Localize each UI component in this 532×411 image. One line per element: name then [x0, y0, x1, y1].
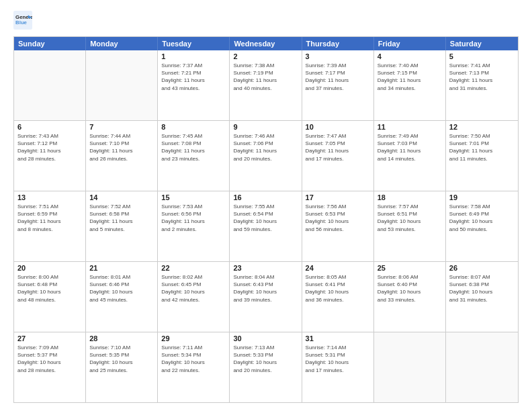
- page: General Blue SundayMondayTuesdayWednesda…: [0, 0, 532, 411]
- day-number: 23: [233, 264, 298, 272]
- calendar-cell: 16Sunrise: 7:55 AM Sunset: 6:54 PM Dayli…: [230, 191, 302, 261]
- calendar-cell: 26Sunrise: 8:07 AM Sunset: 6:38 PM Dayli…: [446, 262, 518, 332]
- calendar-week: 1Sunrise: 7:37 AM Sunset: 7:21 PM Daylig…: [14, 50, 518, 121]
- day-info: Sunrise: 7:11 AM Sunset: 5:34 PM Dayligh…: [161, 344, 226, 374]
- calendar-cell: 27Sunrise: 7:09 AM Sunset: 5:37 PM Dayli…: [14, 332, 86, 402]
- calendar-cell: 20Sunrise: 8:00 AM Sunset: 6:48 PM Dayli…: [14, 262, 86, 332]
- calendar-cell: 19Sunrise: 7:58 AM Sunset: 6:49 PM Dayli…: [446, 191, 518, 261]
- day-info: Sunrise: 8:07 AM Sunset: 6:38 PM Dayligh…: [449, 273, 515, 304]
- day-info: Sunrise: 7:09 AM Sunset: 5:37 PM Dayligh…: [17, 344, 82, 374]
- calendar-cell: [446, 332, 518, 402]
- calendar-cell: 9Sunrise: 7:46 AM Sunset: 7:06 PM Daylig…: [230, 121, 302, 191]
- calendar-cell: 29Sunrise: 7:11 AM Sunset: 5:34 PM Dayli…: [158, 332, 230, 402]
- day-number: 8: [161, 123, 226, 131]
- calendar-cell: 1Sunrise: 7:37 AM Sunset: 7:21 PM Daylig…: [158, 50, 230, 120]
- calendar-cell: 15Sunrise: 7:53 AM Sunset: 6:56 PM Dayli…: [158, 191, 230, 261]
- day-number: 3: [306, 52, 370, 60]
- day-info: Sunrise: 7:44 AM Sunset: 7:10 PM Dayligh…: [89, 132, 154, 163]
- day-info: Sunrise: 7:40 AM Sunset: 7:15 PM Dayligh…: [378, 62, 442, 92]
- weekday-header: Saturday: [446, 37, 518, 50]
- header: General Blue: [13, 11, 519, 30]
- day-info: Sunrise: 7:47 AM Sunset: 7:05 PM Dayligh…: [306, 132, 370, 163]
- day-info: Sunrise: 7:37 AM Sunset: 7:21 PM Dayligh…: [161, 62, 226, 92]
- calendar-cell: 7Sunrise: 7:44 AM Sunset: 7:10 PM Daylig…: [86, 121, 158, 191]
- day-number: 13: [17, 193, 82, 201]
- day-info: Sunrise: 7:52 AM Sunset: 6:58 PM Dayligh…: [89, 203, 154, 233]
- calendar-cell: 21Sunrise: 8:01 AM Sunset: 6:46 PM Dayli…: [86, 262, 158, 332]
- day-info: Sunrise: 8:04 AM Sunset: 6:43 PM Dayligh…: [233, 273, 298, 304]
- day-info: Sunrise: 7:53 AM Sunset: 6:56 PM Dayligh…: [161, 203, 226, 233]
- day-number: 5: [449, 52, 515, 60]
- calendar-cell: 13Sunrise: 7:51 AM Sunset: 6:59 PM Dayli…: [14, 191, 86, 261]
- calendar-cell: 4Sunrise: 7:40 AM Sunset: 7:15 PM Daylig…: [374, 50, 446, 120]
- calendar-cell: 3Sunrise: 7:39 AM Sunset: 7:17 PM Daylig…: [302, 50, 374, 120]
- day-number: 26: [449, 264, 515, 272]
- day-info: Sunrise: 7:50 AM Sunset: 7:01 PM Dayligh…: [449, 132, 515, 163]
- day-number: 2: [233, 52, 298, 60]
- calendar-cell: 5Sunrise: 7:41 AM Sunset: 7:13 PM Daylig…: [446, 50, 518, 120]
- day-number: 15: [161, 193, 226, 201]
- calendar-cell: 24Sunrise: 8:05 AM Sunset: 6:41 PM Dayli…: [302, 262, 374, 332]
- day-info: Sunrise: 7:43 AM Sunset: 7:12 PM Dayligh…: [17, 132, 82, 163]
- svg-text:Blue: Blue: [15, 19, 28, 26]
- day-info: Sunrise: 7:57 AM Sunset: 6:51 PM Dayligh…: [378, 203, 442, 233]
- day-number: 25: [378, 264, 442, 272]
- weekday-header: Tuesday: [158, 37, 230, 50]
- calendar-cell: 30Sunrise: 7:13 AM Sunset: 5:33 PM Dayli…: [230, 332, 302, 402]
- day-number: 11: [378, 123, 442, 131]
- day-number: 22: [161, 264, 226, 272]
- day-info: Sunrise: 7:13 AM Sunset: 5:33 PM Dayligh…: [233, 344, 298, 374]
- day-number: 17: [306, 193, 370, 201]
- day-number: 28: [89, 334, 154, 342]
- day-number: 1: [161, 52, 226, 60]
- calendar-week: 27Sunrise: 7:09 AM Sunset: 5:37 PM Dayli…: [14, 332, 518, 402]
- logo-icon: General Blue: [13, 11, 32, 30]
- weekday-header: Thursday: [302, 37, 374, 50]
- weekday-header: Monday: [86, 37, 158, 50]
- calendar-week: 13Sunrise: 7:51 AM Sunset: 6:59 PM Dayli…: [14, 191, 518, 262]
- day-number: 21: [89, 264, 154, 272]
- calendar: SundayMondayTuesdayWednesdayThursdayFrid…: [13, 36, 519, 403]
- calendar-cell: 14Sunrise: 7:52 AM Sunset: 6:58 PM Dayli…: [86, 191, 158, 261]
- calendar-cell: 6Sunrise: 7:43 AM Sunset: 7:12 PM Daylig…: [14, 121, 86, 191]
- day-number: 18: [378, 193, 442, 201]
- day-info: Sunrise: 7:38 AM Sunset: 7:19 PM Dayligh…: [233, 62, 298, 92]
- day-number: 30: [233, 334, 298, 342]
- day-info: Sunrise: 7:41 AM Sunset: 7:13 PM Dayligh…: [449, 62, 515, 92]
- calendar-cell: 8Sunrise: 7:45 AM Sunset: 7:08 PM Daylig…: [158, 121, 230, 191]
- calendar-cell: [374, 332, 446, 402]
- day-info: Sunrise: 8:06 AM Sunset: 6:40 PM Dayligh…: [378, 273, 442, 304]
- calendar-header: SundayMondayTuesdayWednesdayThursdayFrid…: [14, 37, 518, 50]
- day-info: Sunrise: 7:56 AM Sunset: 6:53 PM Dayligh…: [306, 203, 370, 233]
- day-number: 4: [378, 52, 442, 60]
- day-info: Sunrise: 7:58 AM Sunset: 6:49 PM Dayligh…: [449, 203, 515, 233]
- day-info: Sunrise: 7:39 AM Sunset: 7:17 PM Dayligh…: [306, 62, 370, 92]
- calendar-cell: 22Sunrise: 8:02 AM Sunset: 6:45 PM Dayli…: [158, 262, 230, 332]
- day-number: 7: [89, 123, 154, 131]
- logo: General Blue: [13, 11, 32, 30]
- calendar-cell: 17Sunrise: 7:56 AM Sunset: 6:53 PM Dayli…: [302, 191, 374, 261]
- day-info: Sunrise: 8:05 AM Sunset: 6:41 PM Dayligh…: [306, 273, 370, 304]
- calendar-cell: 23Sunrise: 8:04 AM Sunset: 6:43 PM Dayli…: [230, 262, 302, 332]
- day-number: 20: [17, 264, 82, 272]
- day-number: 31: [306, 334, 370, 342]
- day-info: Sunrise: 8:02 AM Sunset: 6:45 PM Dayligh…: [161, 273, 226, 304]
- day-info: Sunrise: 7:10 AM Sunset: 5:35 PM Dayligh…: [89, 344, 154, 374]
- calendar-cell: 18Sunrise: 7:57 AM Sunset: 6:51 PM Dayli…: [374, 191, 446, 261]
- calendar-cell: 10Sunrise: 7:47 AM Sunset: 7:05 PM Dayli…: [302, 121, 374, 191]
- calendar-week: 20Sunrise: 8:00 AM Sunset: 6:48 PM Dayli…: [14, 262, 518, 332]
- day-info: Sunrise: 7:55 AM Sunset: 6:54 PM Dayligh…: [233, 203, 298, 233]
- weekday-header: Wednesday: [230, 37, 302, 50]
- day-number: 12: [449, 123, 515, 131]
- day-info: Sunrise: 8:00 AM Sunset: 6:48 PM Dayligh…: [17, 273, 82, 304]
- weekday-header: Friday: [374, 37, 446, 50]
- calendar-cell: 2Sunrise: 7:38 AM Sunset: 7:19 PM Daylig…: [230, 50, 302, 120]
- calendar-cell: [86, 50, 158, 120]
- day-info: Sunrise: 7:14 AM Sunset: 5:31 PM Dayligh…: [306, 344, 370, 374]
- day-number: 19: [449, 193, 515, 201]
- day-number: 24: [306, 264, 370, 272]
- calendar-cell: [14, 50, 86, 120]
- day-number: 27: [17, 334, 82, 342]
- day-number: 9: [233, 123, 298, 131]
- day-number: 14: [89, 193, 154, 201]
